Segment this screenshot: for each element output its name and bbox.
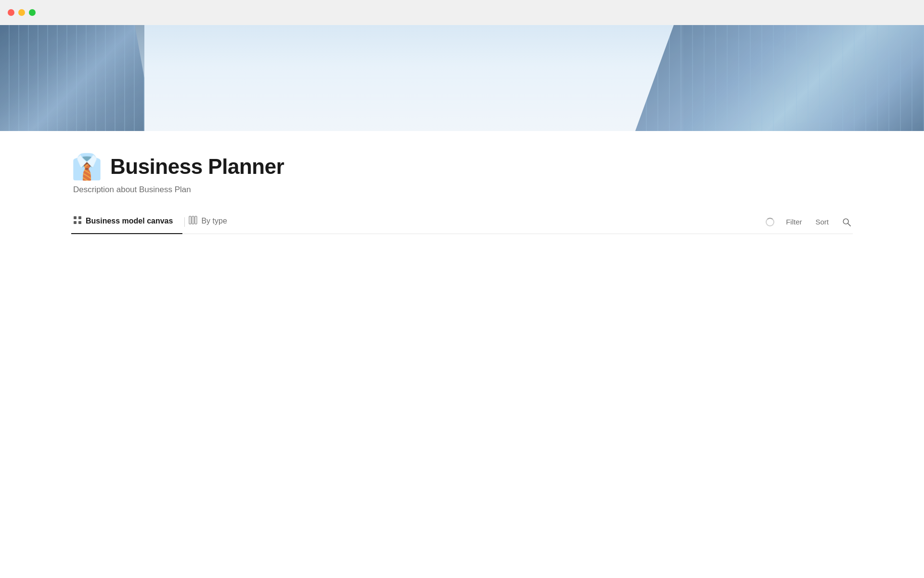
- tab-by-type-label: By type: [201, 217, 227, 225]
- columns-icon: [189, 216, 197, 226]
- page-header: 👔 Business Planner: [71, 154, 853, 179]
- toolbar: Filter Sort: [766, 214, 853, 230]
- minimize-button[interactable]: [18, 9, 25, 16]
- svg-rect-4: [189, 216, 191, 224]
- page-icon: 👔: [71, 154, 103, 179]
- tabs-toolbar: Business model canvas By type: [71, 210, 853, 234]
- maximize-button[interactable]: [29, 9, 36, 16]
- search-icon: [842, 218, 851, 226]
- search-button[interactable]: [840, 214, 853, 230]
- tab-business-model-canvas[interactable]: Business model canvas: [71, 210, 182, 234]
- close-button[interactable]: [8, 9, 14, 16]
- tabs-container: Business model canvas By type: [71, 210, 237, 234]
- tab-separator: [184, 217, 185, 227]
- main-content: 👔 Business Planner Description about Bus…: [0, 131, 924, 234]
- filter-button[interactable]: Filter: [784, 214, 804, 230]
- filter-label: Filter: [786, 218, 802, 226]
- tab-by-type[interactable]: By type: [187, 210, 236, 234]
- svg-rect-3: [78, 221, 81, 224]
- svg-rect-1: [78, 216, 81, 219]
- building-right-decoration: [635, 25, 924, 131]
- svg-line-8: [848, 223, 850, 226]
- svg-rect-5: [192, 216, 194, 224]
- svg-point-7: [843, 219, 848, 224]
- grid-icon: [73, 216, 82, 226]
- page-title: Business Planner: [110, 155, 284, 179]
- sky-decoration: [144, 25, 683, 131]
- loading-spinner: [766, 218, 774, 226]
- sort-button[interactable]: Sort: [813, 214, 831, 230]
- svg-rect-2: [74, 221, 77, 224]
- building-left-decoration: [0, 25, 168, 131]
- page-description: Description about Business Plan: [73, 185, 853, 195]
- page-title-section: 👔 Business Planner Description about Bus…: [71, 131, 853, 210]
- tab-business-model-canvas-label: Business model canvas: [86, 217, 173, 225]
- svg-rect-6: [195, 216, 197, 224]
- hero-banner: [0, 25, 924, 131]
- sort-label: Sort: [815, 218, 829, 226]
- titlebar: [0, 0, 924, 25]
- svg-rect-0: [74, 216, 77, 219]
